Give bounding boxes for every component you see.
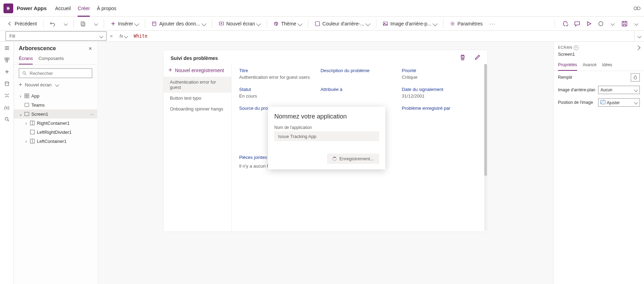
svg-rect-21 xyxy=(25,94,26,95)
link-icon[interactable] xyxy=(634,5,641,12)
formula-input[interactable] xyxy=(131,31,634,41)
record-split[interactable] xyxy=(609,20,616,27)
collapse-panel-icon[interactable] xyxy=(636,45,641,50)
theme-button[interactable]: Thème xyxy=(270,20,305,28)
new-screen-label: Nouvel écran xyxy=(226,21,255,26)
app-name-input[interactable] xyxy=(274,131,379,141)
tab-components[interactable]: Composants xyxy=(38,53,64,64)
tree-node-app[interactable]: › App xyxy=(14,91,97,100)
search-rail-icon[interactable] xyxy=(3,116,10,122)
paste-button[interactable] xyxy=(77,20,91,28)
bgimage-dropdown[interactable]: Aucun xyxy=(598,86,640,94)
value-statut: En cours xyxy=(239,93,317,102)
nav-accueil[interactable]: Accueil xyxy=(52,0,74,17)
checker-icon[interactable] xyxy=(562,20,569,27)
tree-node-screen1[interactable]: ⌄ Screen1 ··· xyxy=(14,109,97,118)
label-priorite: Priorité xyxy=(402,66,480,73)
nav-apropos[interactable]: À propos xyxy=(93,0,120,17)
prop-section-label: ÉCRAN xyxy=(558,45,572,49)
play-icon[interactable] xyxy=(586,20,592,27)
list-item[interactable]: Onboarding spinner hangs xyxy=(164,103,231,114)
tree-node-right-container[interactable]: › RightContainer1 xyxy=(14,118,97,128)
svg-point-8 xyxy=(276,23,277,23)
canvas-scrollbar[interactable] xyxy=(484,64,487,231)
tree-search[interactable] xyxy=(19,68,92,78)
bg-image-button[interactable]: Image d'arrière-p... xyxy=(380,20,440,28)
close-icon[interactable]: ✕ xyxy=(88,46,92,51)
properties-panel: ÉCRAN ? Screen1 Propriétés Avancé Idées … xyxy=(553,42,644,284)
value-date: 31/12/2001 xyxy=(402,93,480,102)
undo-button[interactable] xyxy=(47,20,60,28)
prop-tab-properties[interactable]: Propriétés xyxy=(558,60,577,71)
edit-icon[interactable] xyxy=(474,54,480,62)
svg-point-7 xyxy=(275,23,276,23)
svg-rect-23 xyxy=(25,96,26,98)
delete-icon[interactable] xyxy=(460,54,466,62)
overflow-button[interactable]: ··· xyxy=(487,20,498,28)
list-item[interactable]: Authentication error for guest xyxy=(164,77,231,93)
svg-point-18 xyxy=(5,82,9,83)
insert-button[interactable]: Insérer xyxy=(108,20,142,28)
undo-split[interactable] xyxy=(62,21,70,26)
tree-search-input[interactable] xyxy=(29,70,89,76)
tree-node-teams[interactable]: Teams xyxy=(14,100,97,109)
save-button[interactable]: Enregistrement... xyxy=(327,154,379,164)
prop-tab-advanced[interactable]: Avancé xyxy=(583,60,597,71)
tree-node-left-container[interactable]: › LeftContainer1 xyxy=(14,137,97,146)
bg-image-label: Image d'arrière-p... xyxy=(390,21,431,26)
prop-fill-label: Remplir xyxy=(558,75,572,80)
list-item[interactable]: Button text typo xyxy=(164,93,231,103)
paste-split[interactable] xyxy=(92,21,100,26)
command-bar: Précédent Insérer Ajouter des donn... No… xyxy=(0,17,644,31)
label-titre: Titre xyxy=(239,66,317,73)
prop-screen-name: Screen1 xyxy=(554,51,644,60)
svg-rect-11 xyxy=(383,22,387,25)
left-rail: (x) xyxy=(0,42,14,284)
formula-bar: Fill = fx xyxy=(0,31,644,42)
tree-icon[interactable] xyxy=(3,57,10,63)
new-record-button[interactable]: + Nouvel enregistrement xyxy=(164,64,231,77)
fx-button[interactable]: fx xyxy=(116,31,131,41)
label-date: Date du signalement xyxy=(402,85,480,92)
variables-rail-icon[interactable]: (x) xyxy=(3,105,10,110)
imgpos-dropdown[interactable]: Ajuster xyxy=(598,98,640,107)
save-icon[interactable] xyxy=(621,20,628,27)
bg-color-button[interactable]: Couleur d'arrière-... xyxy=(312,20,372,28)
svg-point-4 xyxy=(152,22,156,23)
fill-color-picker[interactable] xyxy=(631,73,640,82)
comment-icon[interactable] xyxy=(574,20,581,27)
top-nav: Accueil Créer À propos xyxy=(52,0,120,17)
back-button[interactable]: Précédent xyxy=(4,20,40,28)
settings-button[interactable]: Paramètres xyxy=(447,20,485,28)
app-canvas[interactable]: Suivi des problèmes + Nouvel enregistrem… xyxy=(164,50,487,231)
svg-point-13 xyxy=(452,23,453,24)
tree-node-divider[interactable]: LeftRightDivider1 xyxy=(14,128,97,137)
formula-expand-button[interactable] xyxy=(634,31,644,41)
hamburger-icon[interactable] xyxy=(3,45,10,51)
save-split[interactable] xyxy=(633,20,640,27)
property-dropdown[interactable]: Fill xyxy=(6,31,107,41)
theme-label: Thème xyxy=(281,21,296,26)
insert-rail-icon[interactable] xyxy=(3,69,10,75)
media-rail-icon[interactable] xyxy=(3,93,10,98)
data-rail-icon[interactable] xyxy=(3,81,10,86)
new-screen-button[interactable]: Nouvel écran xyxy=(216,20,264,28)
record-list: + Nouvel enregistrement Authentication e… xyxy=(164,64,231,231)
nav-creer[interactable]: Créer xyxy=(74,0,93,17)
svg-rect-14 xyxy=(622,21,627,26)
tab-screens[interactable]: Écrans xyxy=(19,53,33,64)
prop-tab-ideas[interactable]: Idées xyxy=(602,60,612,71)
image-icon xyxy=(600,100,605,104)
record-icon[interactable] xyxy=(597,20,604,27)
label-logged-by: Problème enregistré par xyxy=(402,103,480,111)
help-icon[interactable]: ? xyxy=(574,45,579,50)
svg-point-19 xyxy=(5,117,8,120)
svg-rect-10 xyxy=(315,22,320,26)
tree-node-more[interactable]: ··· xyxy=(90,112,94,117)
tree-new-screen[interactable]: + Nouvel écran xyxy=(14,80,97,90)
container-icon xyxy=(30,121,35,125)
dialog-title: Nommez votre application xyxy=(274,113,379,120)
add-data-button[interactable]: Ajouter des donn... xyxy=(149,20,209,28)
svg-point-20 xyxy=(23,72,25,74)
dialog-field-label: Nom de l'application xyxy=(274,125,379,130)
